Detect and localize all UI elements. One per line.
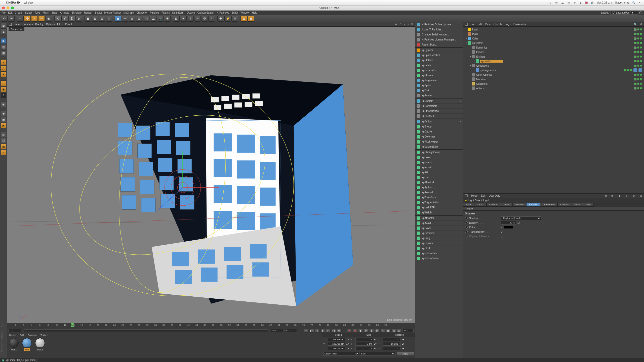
plugin-item[interactable]: xpTrail (415, 88, 463, 93)
menu-window[interactable]: Window (240, 11, 250, 14)
plugin-item[interactable]: xpSystem (415, 48, 463, 53)
menu-simulate[interactable]: Simulate (72, 11, 82, 14)
object-tag[interactable] (633, 68, 637, 72)
menu-carbonscatter[interactable]: Carbon Scatter (197, 11, 214, 14)
object-visibility-dots[interactable] (634, 47, 642, 49)
animation-button[interactable]: ▶ (1, 123, 6, 128)
attr-fwd-button[interactable]: ▶ (611, 194, 614, 198)
lang-flag-icon[interactable]: 🇬🇧 (585, 1, 588, 4)
timeline-range-slider[interactable] (24, 329, 268, 332)
coord-pos-input[interactable] (328, 338, 345, 341)
menu-plugins[interactable]: Plugins (162, 11, 170, 14)
prev-frame-button[interactable]: ⏴ (315, 329, 319, 333)
object-visibility-dots[interactable] (634, 37, 642, 40)
object-tree-row[interactable]: ▾Emitters (463, 54, 644, 59)
vp-menu-filter[interactable]: Filter (57, 23, 63, 26)
object-visibility-dots[interactable] (634, 51, 642, 53)
timeline-end-field2[interactable] (284, 329, 297, 332)
dynamics-button[interactable]: ⚛ (187, 16, 194, 22)
tree-toggle-icon[interactable]: ▸ (465, 33, 468, 35)
content-browser-button[interactable]: ▦ (240, 16, 247, 22)
move-tool[interactable]: ✥ (24, 16, 31, 22)
object-visibility-dots[interactable] (634, 42, 642, 44)
object-tree-row[interactable]: Dynamics (463, 45, 644, 50)
obj-menu-view[interactable]: View (485, 23, 491, 26)
key-pla-button[interactable]: ▦ (386, 329, 390, 333)
plugin-item[interactable]: About X-Particles... (415, 27, 463, 32)
obj-menu-tags[interactable]: Tags (505, 23, 510, 26)
edge-mode-button[interactable]: ╱ (1, 65, 6, 71)
object-tree-row[interactable]: Groups (463, 50, 644, 54)
attr-tab-visibility[interactable]: Visibility (513, 203, 526, 207)
attr-up-button[interactable]: ▲ (618, 194, 621, 198)
attr-transparency-checkbox[interactable]: ✓ (501, 231, 503, 233)
tree-toggle-icon[interactable]: ▸ (465, 37, 468, 40)
plugin-item[interactable]: xpFluidSPH (415, 114, 463, 119)
scale-tool[interactable]: ⤢ (31, 16, 38, 22)
plugin-item[interactable]: Change Serial Number... (415, 32, 463, 37)
menu-file[interactable]: File (2, 11, 6, 14)
plugin-item[interactable]: xpKill (415, 170, 463, 175)
coord-rot-input[interactable] (383, 347, 401, 350)
tree-toggle-icon[interactable]: ▾ (469, 55, 472, 58)
plugin-item[interactable]: X-Particles License Manager... (415, 37, 463, 42)
object-visibility-dots[interactable] (624, 68, 642, 72)
key-param-button[interactable]: A (380, 329, 385, 333)
object-tree-row[interactable]: ▸Cube (463, 36, 644, 41)
plugin-item[interactable]: xpAction▸ (415, 119, 463, 124)
timeline-ruler[interactable]: 14 0246810121416182022242628303234363840… (7, 323, 415, 328)
sculpt-button[interactable]: ✎ (208, 16, 215, 22)
object-tree-row[interactable]: Modifiers (463, 77, 644, 81)
plugin-item[interactable]: xpPPCollisions (415, 109, 463, 114)
wifi-icon[interactable]: ▲ (579, 1, 582, 5)
material-thumb[interactable]: Mat.2 (34, 338, 46, 351)
tree-toggle-icon[interactable]: ▾ (465, 42, 468, 44)
plugin-item[interactable]: xpCover (415, 226, 463, 231)
mat-tab-texture[interactable]: Texture (38, 333, 50, 337)
attr-color-anim-dot[interactable] (465, 226, 468, 229)
object-tree-row[interactable]: Questions (463, 81, 644, 86)
attr-color-expand[interactable]: ▸ (501, 226, 502, 229)
menu-edit[interactable]: Edit (8, 11, 12, 14)
obj-search-icon[interactable]: 🔍 (634, 23, 637, 26)
axis-x-toggle[interactable]: X (54, 16, 61, 22)
point-mode-button[interactable]: • (1, 59, 6, 65)
plugin-item[interactable]: xpElektrix (415, 58, 463, 63)
mac-menu-window[interactable]: Window (24, 1, 33, 4)
cube-primitive-button[interactable]: ◼ (115, 16, 121, 22)
next-frame-button[interactable]: ⏵ (326, 329, 331, 333)
plugin-item[interactable]: xpDirection (415, 231, 463, 236)
vp-menu-panel[interactable]: Panel (65, 23, 72, 26)
attr-tab-caustics[interactable]: Caustics (557, 203, 572, 207)
object-tree-row[interactable]: xpFragmenter (463, 68, 644, 72)
timeline-current-field[interactable] (403, 329, 414, 332)
light-button[interactable]: ☀ (164, 16, 171, 22)
coord-size-input[interactable] (355, 342, 373, 346)
menu-script[interactable]: Script (231, 11, 238, 14)
layout-reset-icon[interactable] (639, 11, 642, 15)
mat-tab-function[interactable]: Function (26, 333, 39, 337)
hair-button[interactable]: ≋ (194, 16, 201, 22)
goto-start-button[interactable]: ⏮ (304, 329, 308, 333)
render-view-button[interactable]: ▣ (85, 16, 91, 22)
attr-tab-basic[interactable]: Basic (463, 203, 474, 207)
prev-key-button[interactable]: ⏴⏴ (309, 329, 314, 333)
key-rot-button[interactable]: R (375, 329, 379, 333)
keyframe-sel-button[interactable]: ◆ (358, 329, 363, 333)
plugin-item[interactable]: xpFreeze (415, 160, 463, 165)
object-tree-row[interactable]: Light (463, 27, 644, 32)
plugin-item[interactable]: xpPainter (415, 93, 463, 98)
environment-button[interactable]: ☁ (150, 16, 156, 22)
menu-mograph[interactable]: MoGraph (124, 11, 134, 14)
plugin-item[interactable]: xpSplineMesher (415, 53, 463, 58)
menu-render[interactable]: Render (84, 11, 92, 14)
plugin-item[interactable]: xpFragmenter (415, 78, 463, 83)
menu-character[interactable]: Character (136, 11, 147, 14)
plugin-item[interactable]: xpPhysical (415, 180, 463, 185)
volume-icon[interactable]: 🔊 (590, 1, 594, 5)
object-visibility-dots[interactable] (634, 56, 642, 58)
nurbs-button[interactable]: ◍ (129, 16, 135, 22)
menu-motiontracker[interactable]: Motion Tracker (104, 11, 121, 14)
axis-z-toggle[interactable]: Z (68, 16, 75, 22)
plugin-item[interactable]: xpDomain▸ (415, 99, 463, 104)
